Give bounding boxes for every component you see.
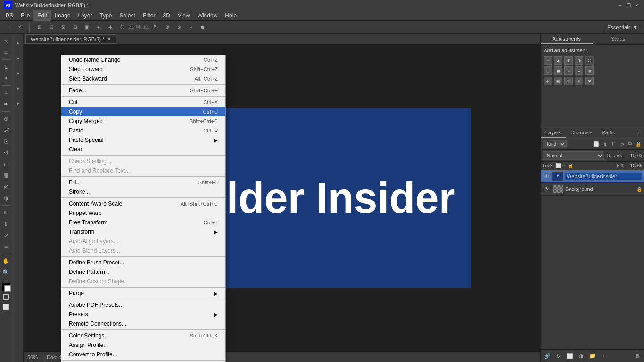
layers-group-btn[interactable]: 📁 xyxy=(588,351,597,361)
side-panel-btn-1[interactable]: ▶ xyxy=(13,36,23,50)
layers-mask-btn[interactable]: ⬜ xyxy=(565,351,575,361)
essentials-dropdown[interactable]: Essentials ▼ xyxy=(604,23,641,32)
blend-mode-select[interactable]: Normal xyxy=(543,151,604,160)
filter-icon-smart[interactable]: ⧉ xyxy=(626,140,634,148)
options-btn-2[interactable]: ⟲ xyxy=(15,22,25,33)
layer-eye-1[interactable]: 👁 xyxy=(543,173,550,180)
restore-button[interactable]: ❒ xyxy=(625,2,632,8)
dd-puppet-warp[interactable]: Puppet Warp xyxy=(61,208,225,218)
adj-icon-levels[interactable]: ▲ xyxy=(554,56,562,65)
adj-icon-posterize[interactable]: ▣ xyxy=(554,77,562,85)
adj-icon-colorbalance[interactable]: ◼ xyxy=(554,66,562,75)
tool-lasso[interactable]: L xyxy=(1,62,11,72)
dd-presets[interactable]: Presets ▶ xyxy=(61,310,225,319)
tab-layers[interactable]: Layers xyxy=(541,128,566,138)
minimize-button[interactable]: ─ xyxy=(617,2,623,8)
dd-assign-profile[interactable]: Assign Profile... xyxy=(61,340,225,350)
tool-heal[interactable]: ⊕ xyxy=(1,114,11,124)
tool-gradient[interactable]: ▦ xyxy=(1,170,11,181)
dd-copy[interactable]: Copy Ctrl+C xyxy=(61,107,225,116)
options-btn-1[interactable]: ↕ xyxy=(3,22,13,33)
tool-eyedropper[interactable]: ✒ xyxy=(1,99,11,109)
dd-define-brush[interactable]: Define Brush Preset... xyxy=(61,258,225,267)
dd-content-aware[interactable]: Content-Aware Scale Alt+Shift+Ctrl+C xyxy=(61,199,225,208)
layers-adj-btn[interactable]: ◑ xyxy=(577,351,586,361)
lock-icon-position[interactable]: ✏ xyxy=(562,163,566,168)
quick-mask[interactable] xyxy=(3,294,9,300)
tool-shape[interactable]: ▭ xyxy=(1,241,11,252)
side-panel-btn-4[interactable]: ▶ xyxy=(13,81,23,95)
adj-icon-curves[interactable]: ◐ xyxy=(564,56,573,65)
3d-btn-5[interactable]: ⏺ xyxy=(198,22,208,33)
filter-icon-lock[interactable]: 🔒 xyxy=(635,140,642,148)
layers-options-icon[interactable]: ≡ xyxy=(635,128,644,138)
3d-btn-4[interactable]: ↔ xyxy=(186,22,196,33)
canvas-tab-main[interactable]: WebsiteBuilderInsider, RGB/8) * ✕ xyxy=(25,34,116,44)
dd-purge[interactable]: Purge ▶ xyxy=(61,288,225,298)
dd-free-transform[interactable]: Free Transform Ctrl+T xyxy=(61,218,225,227)
tab-adjustments[interactable]: Adjustments xyxy=(541,34,593,44)
menu-ps[interactable]: PS xyxy=(2,10,17,21)
filter-icon-text[interactable]: T xyxy=(609,140,617,148)
tool-magic[interactable]: ✦ xyxy=(1,73,11,83)
dd-copy-merged[interactable]: Copy Merged Shift+Ctrl+C xyxy=(61,116,225,126)
layers-link-btn[interactable]: 🔗 xyxy=(543,351,552,361)
dd-pdf-presets[interactable]: Adobe PDF Presets... xyxy=(61,300,225,310)
3d-btn-2[interactable]: ⊕ xyxy=(162,22,173,33)
tool-crop[interactable]: ⌗ xyxy=(1,88,11,98)
dd-fill[interactable]: Fill... Shift+F5 xyxy=(61,178,225,187)
tool-zoom[interactable]: 🔍 xyxy=(1,267,11,278)
tool-history[interactable]: ↺ xyxy=(1,148,11,158)
tool-eraser[interactable]: ◻ xyxy=(1,159,11,169)
layer-row-background[interactable]: 👁 Background 🔒 xyxy=(541,183,644,196)
dd-fade[interactable]: Fade... Shift+Ctrl+F xyxy=(61,86,225,95)
adj-icon-channel-mixer[interactable]: ⊞ xyxy=(585,66,594,75)
tab-styles[interactable]: Styles xyxy=(593,34,644,44)
side-panel-btn-3[interactable]: ▶ xyxy=(13,66,23,80)
tool-clone[interactable]: ⎘ xyxy=(1,136,11,147)
menu-edit[interactable]: Edit xyxy=(33,10,51,21)
screen-mode[interactable]: ⬜ xyxy=(1,302,11,312)
align-btn-6[interactable]: ◈ xyxy=(93,22,104,33)
layers-search-kind[interactable]: Kind xyxy=(543,140,567,148)
lock-icon-pixels[interactable]: ⬜ xyxy=(555,163,561,168)
dd-undo[interactable]: Undo Name Change Ctrl+Z xyxy=(61,55,225,65)
filter-icon-pixel[interactable]: ⬜ xyxy=(592,140,600,148)
tool-blur[interactable]: ◎ xyxy=(1,181,11,192)
side-panel-btn-5[interactable]: ▶ xyxy=(13,96,23,110)
align-btn-7[interactable]: ◉ xyxy=(105,22,116,33)
align-btn-5[interactable]: ▣ xyxy=(82,22,92,33)
align-btn-2[interactable]: ⊟ xyxy=(46,22,57,33)
dd-convert-profile[interactable]: Convert to Profile... xyxy=(61,350,225,359)
adj-icon-threshold[interactable]: ⊡ xyxy=(564,77,573,85)
menu-3d[interactable]: 3D xyxy=(159,10,173,21)
title-controls[interactable]: ─ ❒ ✕ xyxy=(617,2,640,8)
menu-help[interactable]: Help xyxy=(221,10,240,21)
background-color[interactable] xyxy=(4,285,11,292)
layer-eye-2[interactable]: 👁 xyxy=(543,185,550,193)
close-button[interactable]: ✕ xyxy=(634,2,640,8)
tool-select2[interactable]: ↗ xyxy=(1,230,11,240)
dd-step-forward[interactable]: Step Forward Shift+Ctrl+Z xyxy=(61,65,225,74)
dd-color-settings[interactable]: Color Settings... Shift+Ctrl+K xyxy=(61,331,225,340)
3d-btn-1[interactable]: ↻ xyxy=(150,22,161,33)
adj-icon-hsl[interactable]: ◻ xyxy=(544,66,552,75)
tab-close-btn[interactable]: ✕ xyxy=(107,36,111,41)
filter-icon-adj[interactable]: ◑ xyxy=(601,140,608,148)
layer-row-websitebuilder[interactable]: 👁 T WebsiteBuilderInsider xyxy=(541,170,644,183)
adj-icon-exposure[interactable]: ◑ xyxy=(575,56,583,65)
layers-fx-btn[interactable]: fx xyxy=(554,351,563,361)
menu-select[interactable]: Select xyxy=(116,10,139,21)
align-btn-1[interactable]: ⊞ xyxy=(34,22,45,33)
foreground-color[interactable] xyxy=(2,283,10,291)
adj-icon-selective-color[interactable]: ⊠ xyxy=(585,77,594,85)
adj-icon-bw[interactable]: ⬦ xyxy=(564,66,573,75)
filter-icon-shape[interactable]: ▭ xyxy=(618,140,625,148)
align-btn-4[interactable]: ⊡ xyxy=(70,22,80,33)
adj-icon-invert[interactable]: ◈ xyxy=(544,77,552,85)
zoom-level[interactable]: 50% xyxy=(27,354,38,360)
tool-select[interactable]: ▭ xyxy=(1,47,11,58)
tool-text[interactable]: T xyxy=(1,219,11,229)
tool-hand[interactable]: ✋ xyxy=(1,256,11,266)
dd-paste-special[interactable]: Paste Special ▶ xyxy=(61,135,225,145)
